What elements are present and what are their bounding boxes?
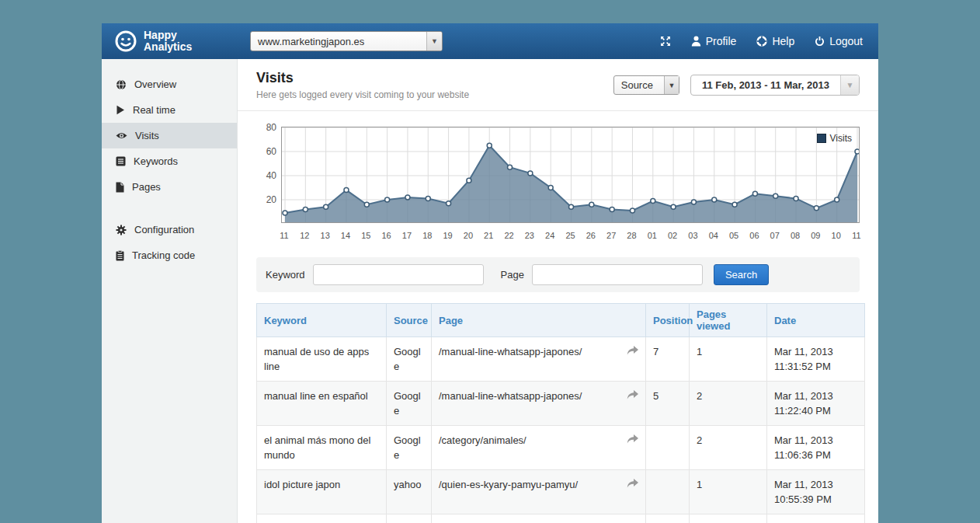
- date-range-picker[interactable]: 11 Feb, 2013 - 11 Mar, 2013 ▼: [690, 75, 860, 96]
- x-tick-label: 02: [668, 231, 677, 240]
- x-tick-label: 08: [791, 231, 800, 240]
- sidebar-item-configuration[interactable]: Configuration: [102, 217, 237, 242]
- chart-legend: Visits: [817, 133, 852, 144]
- cell-keyword: manual de line: [257, 514, 387, 523]
- x-tick-label: 14: [341, 231, 350, 240]
- y-tick-label: 80: [256, 122, 276, 133]
- open-page-arrow-icon[interactable]: [627, 346, 638, 355]
- site-selector[interactable]: www.marketingjapon.es ▼: [250, 31, 443, 51]
- x-tick-label: 05: [729, 231, 738, 240]
- open-page-arrow-icon[interactable]: [627, 390, 638, 399]
- help-ring-icon: [756, 36, 767, 47]
- x-tick-label: 01: [648, 231, 657, 240]
- profile-button[interactable]: Profile: [691, 35, 737, 47]
- cell-page: /category/animales/: [432, 426, 646, 470]
- x-tick-label: 12: [300, 231, 309, 240]
- chart-x-axis-labels: 1112131415161718192021222324252627280102…: [281, 228, 860, 245]
- page-input[interactable]: [532, 264, 703, 285]
- filter-bar: Keyword Page Search: [256, 257, 860, 292]
- source-select[interactable]: Source ▼: [613, 75, 679, 95]
- table-row: idol picture japonyahoo/quien-es-kyary-p…: [257, 470, 865, 514]
- sidebar-label: Overview: [134, 78, 176, 90]
- cell-keyword: el animal más mono del mundo: [257, 426, 387, 470]
- sidebar-item-pages[interactable]: Pages: [102, 174, 237, 200]
- cell-page: /quien-es-kyary-pamyu-pamyu/: [432, 470, 646, 514]
- sidebar-item-real-time[interactable]: Real time: [102, 97, 237, 123]
- sidebar-group-divider: [102, 200, 237, 217]
- logout-label: Logout: [829, 35, 863, 47]
- cell-pages-viewed: 1: [690, 470, 767, 514]
- cell-source: Google: [387, 382, 432, 426]
- table-row: el animal más mono del mundoGoogle/categ…: [257, 426, 865, 470]
- page-path: /manual-line-whatsapp-japones/: [439, 344, 582, 359]
- y-tick-label: 20: [256, 194, 276, 205]
- sidebar-label: Tracking code: [132, 249, 195, 261]
- cell-position: [646, 514, 690, 523]
- cell-date: Mar 11, 201311:31:52 PM: [767, 337, 865, 382]
- y-tick-label: 40: [256, 170, 276, 181]
- user-icon: [691, 36, 701, 47]
- cell-date: Mar 11, 201310:55:39 PM: [767, 470, 865, 514]
- sidebar-label: Configuration: [134, 224, 194, 235]
- logout-button[interactable]: Logout: [815, 35, 863, 47]
- cell-source: yahoo: [387, 470, 432, 514]
- page-path: /category/animales/: [439, 433, 526, 448]
- main-content: Visits Here gets logged every visit comi…: [238, 59, 878, 523]
- cell-keyword: idol picture japon: [257, 470, 387, 514]
- cell-position: 7: [646, 337, 690, 382]
- x-tick-label: 19: [443, 231, 452, 240]
- legend-swatch: [817, 134, 826, 143]
- table-row: manual de lineGoogle/manual-line-whatsap…: [257, 514, 865, 523]
- eye-icon: [116, 131, 127, 140]
- col-header-source: Source: [387, 304, 432, 337]
- x-tick-label: 11: [280, 231, 288, 240]
- cell-position: [646, 470, 690, 514]
- chevron-down-icon: ▼: [426, 32, 442, 51]
- x-tick-label: 27: [606, 231, 616, 240]
- col-header-date: Date: [767, 304, 865, 337]
- main-header: Visits Here gets logged every visit comi…: [238, 59, 878, 111]
- page-path: /quien-es-kyary-pamyu-pamyu/: [439, 477, 578, 492]
- cell-source: Google: [387, 337, 432, 382]
- x-tick-label: 28: [627, 231, 636, 240]
- cell-page: /manual-line-whatsapp-japones/: [432, 337, 646, 382]
- chevron-down-icon: ▼: [664, 76, 679, 94]
- globe-icon: [116, 79, 127, 90]
- cell-pages-viewed: 2: [690, 382, 767, 426]
- list-icon: [116, 156, 126, 166]
- search-button[interactable]: Search: [714, 264, 769, 285]
- x-tick-label: 26: [586, 231, 596, 240]
- x-tick-label: 15: [361, 231, 370, 240]
- table-row: manual de uso de apps lineGoogle/manual-…: [257, 337, 865, 382]
- visits-chart: 20406080 Visits 111213141516171819202122…: [256, 127, 860, 245]
- power-icon: [815, 36, 825, 47]
- table-row: manual line en españolGoogle/manual-line…: [257, 382, 865, 426]
- sidebar-item-keywords[interactable]: Keywords: [102, 148, 237, 174]
- profile-label: Profile: [706, 35, 737, 47]
- source-select-value: Source: [621, 79, 653, 91]
- open-page-arrow-icon[interactable]: [627, 434, 638, 444]
- fullscreen-icon: [660, 36, 671, 47]
- keyword-input[interactable]: [313, 264, 484, 285]
- x-tick-label: 17: [402, 231, 412, 240]
- cell-keyword: manual line en español: [257, 382, 387, 426]
- x-tick-label: 22: [504, 231, 513, 240]
- page-filter-label: Page: [501, 269, 524, 281]
- sidebar-item-tracking-code[interactable]: Tracking code: [102, 242, 237, 268]
- x-tick-label: 24: [545, 231, 554, 240]
- x-tick-label: 23: [525, 231, 534, 240]
- sidebar-item-visits[interactable]: Visits: [102, 123, 237, 148]
- cell-date: Mar 11, 201311:22:40 PM: [767, 382, 865, 426]
- page-title: Visits: [256, 70, 469, 86]
- col-header-keyword: Keyword: [257, 304, 387, 337]
- fullscreen-button[interactable]: [660, 36, 671, 47]
- cell-pages-viewed: 1: [690, 514, 767, 523]
- x-tick-label: 11: [852, 231, 860, 240]
- sidebar-label: Keywords: [134, 155, 178, 167]
- x-tick-label: 20: [464, 231, 473, 240]
- sidebar-item-overview[interactable]: Overview: [102, 71, 237, 97]
- help-button[interactable]: Help: [756, 35, 794, 47]
- help-label: Help: [772, 35, 794, 47]
- open-page-arrow-icon[interactable]: [627, 479, 638, 488]
- top-nav: Profile Help: [660, 35, 878, 47]
